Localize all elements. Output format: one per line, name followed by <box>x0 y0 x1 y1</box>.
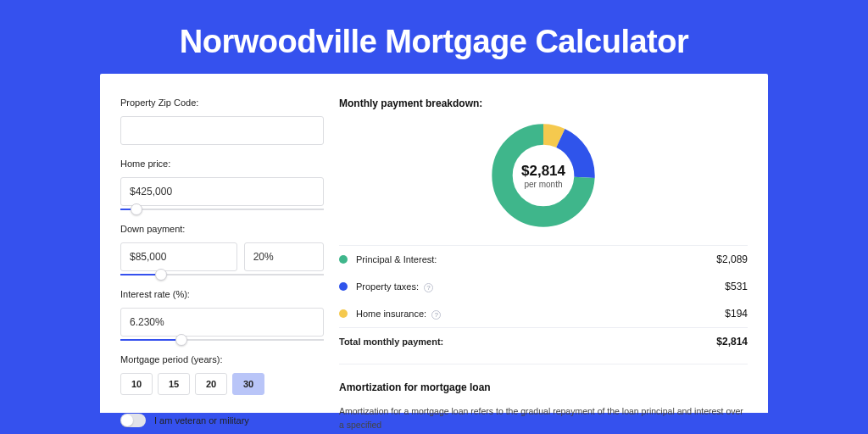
veteran-label: I am veteran or military <box>154 415 249 426</box>
home-price-slider[interactable] <box>120 209 324 210</box>
legend-row: Home insurance:?$194 <box>339 300 748 327</box>
period-field: Mortgage period (years): 10152030 <box>120 354 324 395</box>
legend-total-row: Total monthly payment:$2,814 <box>339 327 748 355</box>
legend-total-value: $2,814 <box>716 336 748 348</box>
period-button-30[interactable]: 30 <box>232 373 264 395</box>
interest-slider-thumb[interactable] <box>175 334 187 346</box>
page-title: Norwoodville Mortgage Calculator <box>0 0 868 74</box>
zip-label: Property Zip Code: <box>120 97 324 108</box>
amortization-title: Amortization for mortgage loan <box>339 381 748 393</box>
inputs-panel: Property Zip Code: Home price: Down paym… <box>120 97 324 413</box>
interest-slider-fill <box>120 339 181 341</box>
period-button-15[interactable]: 15 <box>158 373 190 395</box>
legend: Principal & Interest:$2,089Property taxe… <box>339 245 748 355</box>
legend-label: Home insurance:? <box>356 309 725 320</box>
down-payment-input[interactable] <box>120 242 237 271</box>
home-price-slider-thumb[interactable] <box>131 203 142 215</box>
legend-value: $194 <box>725 308 748 320</box>
legend-dot <box>339 309 348 318</box>
period-buttons: 10152030 <box>120 373 324 395</box>
period-button-20[interactable]: 20 <box>195 373 227 395</box>
amortization-section: Amortization for mortgage loan Amortizat… <box>339 364 748 432</box>
info-icon[interactable]: ? <box>431 310 441 320</box>
legend-dot <box>339 282 348 291</box>
results-panel: Monthly payment breakdown: $2,814 per mo… <box>339 97 748 413</box>
legend-dot <box>339 255 348 264</box>
home-price-label: Home price: <box>120 159 324 169</box>
amortization-body: Amortization for a mortgage loan refers … <box>339 405 748 432</box>
veteran-toggle[interactable] <box>120 414 146 427</box>
legend-label: Principal & Interest: <box>356 254 716 264</box>
down-payment-slider[interactable] <box>120 274 324 275</box>
zip-field: Property Zip Code: <box>120 97 324 145</box>
legend-total-label: Total monthly payment: <box>339 337 716 347</box>
period-label: Mortgage period (years): <box>120 354 324 364</box>
home-price-input[interactable] <box>120 177 324 206</box>
donut-center: $2,814 per month <box>489 121 598 230</box>
down-payment-label: Down payment: <box>120 224 324 234</box>
home-price-field: Home price: <box>120 159 324 210</box>
interest-input[interactable] <box>120 308 324 337</box>
donut-amount: $2,814 <box>521 163 565 180</box>
legend-row: Principal & Interest:$2,089 <box>339 246 748 273</box>
legend-label: Property taxes:? <box>356 281 725 292</box>
breakdown-title: Monthly payment breakdown: <box>339 97 748 109</box>
period-button-10[interactable]: 10 <box>120 373 153 395</box>
calculator-card: Property Zip Code: Home price: Down paym… <box>100 74 768 413</box>
zip-input[interactable] <box>120 116 324 145</box>
info-icon[interactable]: ? <box>424 283 433 292</box>
interest-slider[interactable] <box>120 339 324 341</box>
down-payment-pct-input[interactable] <box>244 242 324 271</box>
donut-sub: per month <box>524 180 562 189</box>
donut-chart-wrap: $2,814 per month <box>339 118 748 245</box>
legend-row: Property taxes:?$531 <box>339 273 748 300</box>
veteran-row: I am veteran or military <box>120 414 324 427</box>
legend-value: $2,089 <box>716 253 748 265</box>
interest-label: Interest rate (%): <box>120 289 324 299</box>
down-payment-slider-thumb[interactable] <box>155 269 167 281</box>
legend-value: $531 <box>725 281 748 292</box>
down-payment-field: Down payment: <box>120 224 324 275</box>
donut-chart: $2,814 per month <box>489 121 598 230</box>
interest-field: Interest rate (%): <box>120 289 324 341</box>
